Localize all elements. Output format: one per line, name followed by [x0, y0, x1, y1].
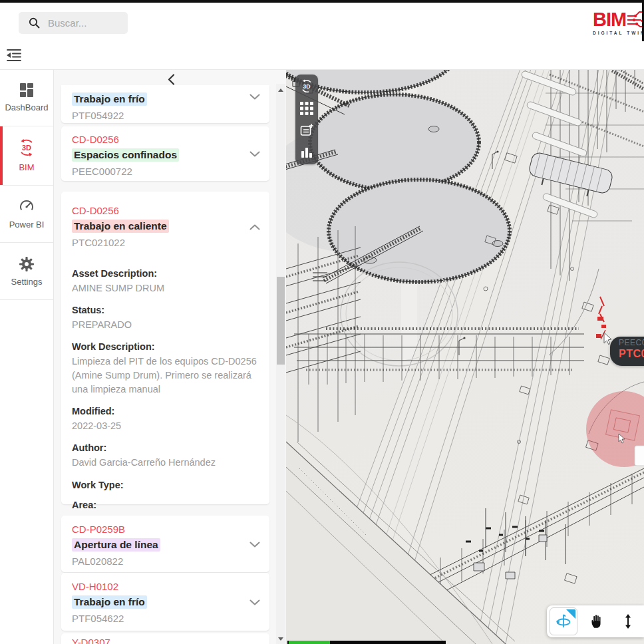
search-box[interactable] — [19, 12, 128, 34]
detail-field: Modified: 2022-03-25 — [72, 406, 259, 433]
gear-icon — [19, 256, 35, 272]
sidebar-item-label: DashBoard — [5, 102, 48, 112]
detail-label: Modified: — [72, 406, 259, 416]
permit-type: Espacios confinados — [72, 148, 179, 162]
permit-asset: CD-P0259B — [72, 524, 259, 535]
sidebar-item-settings[interactable]: Settings — [0, 243, 53, 300]
sidebar-item-dashboard[interactable]: DashBoard — [0, 69, 53, 126]
detail-value: AMINE SUMP DRUM — [72, 281, 259, 295]
tag-primary-label: PTC02 — [619, 347, 644, 360]
scroll-up-arrow[interactable] — [278, 88, 283, 92]
loading-progress-bar — [287, 641, 446, 644]
chevron-up-icon[interactable] — [249, 221, 260, 233]
permit-card-expanded[interactable]: CD-D0256 Trabajo en caliente PTC021022 A… — [61, 192, 269, 504]
bim-digital-twin-logo: BIM DIGITAL TWIN — [593, 9, 644, 35]
detail-value: 2022-03-25 — [72, 419, 259, 433]
permit-card[interactable]: CD-D0256 Espacios confinados PEEC000722 — [61, 126, 269, 181]
permit-card[interactable]: VD-H0102 Trabajo en frío PTF054622 — [61, 573, 269, 631]
viewer-3d: 3D PEEC0 PTC02 — [286, 69, 644, 644]
orbit-icon — [555, 613, 572, 630]
detail-field: Author: David Garcia-Carreño Hernández — [72, 442, 259, 470]
permit-type: Trabajo en frío — [72, 595, 147, 609]
secondary-toolbar — [0, 43, 644, 70]
detail-field: Work Description: Limpieza del PIT de lo… — [72, 341, 259, 397]
permit-type: Trabajo en frío — [72, 92, 147, 106]
permit-asset: CD-D0256 — [72, 134, 259, 145]
rotate-3d-tool-button[interactable]: 3D — [299, 79, 314, 94]
permit-card[interactable]: Trabajo en frío PTF054922 — [61, 85, 269, 123]
detail-label: Asset Description: — [72, 268, 259, 279]
chevron-left-icon — [167, 74, 175, 85]
detail-label: Work Description: — [72, 341, 259, 352]
dashboard-icon — [19, 82, 35, 98]
sidebar-item-bim[interactable]: 3D BIM — [0, 126, 53, 186]
outdent-icon — [6, 49, 22, 62]
permit-card[interactable]: Y-D0307 — [61, 633, 269, 644]
chevron-down-icon[interactable] — [249, 596, 260, 608]
detail-label: Author: — [72, 442, 259, 453]
svg-text:3D: 3D — [303, 83, 311, 90]
permits-panel: Trabajo en frío PTF054922 CD-D0256 Espac… — [53, 69, 286, 644]
viewer-nav-controls — [547, 605, 644, 637]
grid-tool-button[interactable] — [299, 101, 314, 116]
permit-type: Trabajo en caliente — [72, 220, 169, 233]
zoom-vertical-button[interactable] — [615, 608, 641, 635]
search-icon — [29, 17, 40, 29]
chevron-down-icon[interactable] — [249, 90, 260, 102]
bar-chart-tool-button[interactable] — [299, 145, 314, 160]
detail-field: Asset Description: AMINE SUMP DRUM — [72, 268, 259, 295]
permit-card[interactable]: CD-P0259B Apertura de línea PAL020822 — [61, 516, 269, 572]
viewer-toolbar: 3D — [295, 75, 318, 164]
permit-code: PAL020822 — [72, 556, 259, 567]
window-top-edge — [0, 0, 644, 3]
zoom-vertical-icon — [620, 613, 636, 629]
sidebar-nav: DashBoard 3D BIM Power BI — [0, 69, 54, 644]
pan-button[interactable] — [583, 608, 609, 635]
logo-text: BIM — [593, 10, 626, 29]
model-3d-wireframe[interactable] — [286, 69, 644, 644]
add-note-tool-button[interactable] — [299, 123, 314, 138]
gauge-icon — [19, 199, 35, 215]
pan-hand-icon — [589, 613, 603, 629]
app-header: BIM DIGITAL TWIN — [0, 3, 644, 43]
viewer-progress-fill — [289, 641, 330, 644]
permit-asset: Y-D0307 — [72, 637, 259, 644]
sidebar-item-label: Power BI — [9, 220, 45, 230]
detail-label: Area: — [72, 500, 259, 510]
panel-collapse-button[interactable] — [164, 72, 178, 86]
logo-subtext: DIGITAL TWIN — [593, 31, 644, 35]
detail-value: Limpieza del PIT de los equipos CD-D0256… — [72, 355, 259, 397]
detail-label: Status: — [72, 305, 259, 315]
permit-code: PTF054922 — [72, 110, 259, 121]
permit-3d-tag[interactable]: PEEC0 PTC02 — [610, 337, 644, 366]
sidebar-item-label: Settings — [11, 277, 43, 287]
permit-asset: VD-H0102 — [72, 581, 259, 592]
3d-rotate-icon: 3D — [17, 139, 37, 158]
scrollbar-thumb[interactable] — [277, 277, 285, 365]
logo-circuit-icon — [626, 9, 644, 29]
detail-field: Work Type: — [72, 480, 259, 490]
sidebar-item-label: BIM — [19, 162, 34, 172]
detail-label: Work Type: — [72, 480, 259, 490]
svg-text:3D: 3D — [22, 144, 31, 152]
tag-secondary-label: PEEC0 — [619, 338, 644, 347]
scroll-down-arrow[interactable] — [278, 637, 283, 641]
panel-scrollbar[interactable] — [276, 84, 285, 644]
chevron-down-icon[interactable] — [249, 148, 260, 160]
permit-code: PTC021022 — [72, 237, 259, 248]
orbit-button[interactable] — [550, 607, 577, 635]
sidebar-item-powerbi[interactable]: Power BI — [0, 186, 53, 243]
permit-asset: CD-D0256 — [72, 205, 259, 216]
permit-code: PEEC000722 — [72, 166, 259, 177]
detail-field: Status: PREPARADO — [72, 305, 259, 332]
permit-code: PTF054622 — [72, 613, 259, 624]
permit-type: Apertura de línea — [72, 538, 160, 552]
collapse-menu-button[interactable] — [6, 49, 22, 63]
detail-value: PREPARADO — [72, 318, 259, 332]
search-input[interactable] — [47, 17, 122, 29]
detail-value: David Garcia-Carreño Hernández — [72, 456, 259, 470]
chevron-down-icon[interactable] — [249, 538, 260, 550]
